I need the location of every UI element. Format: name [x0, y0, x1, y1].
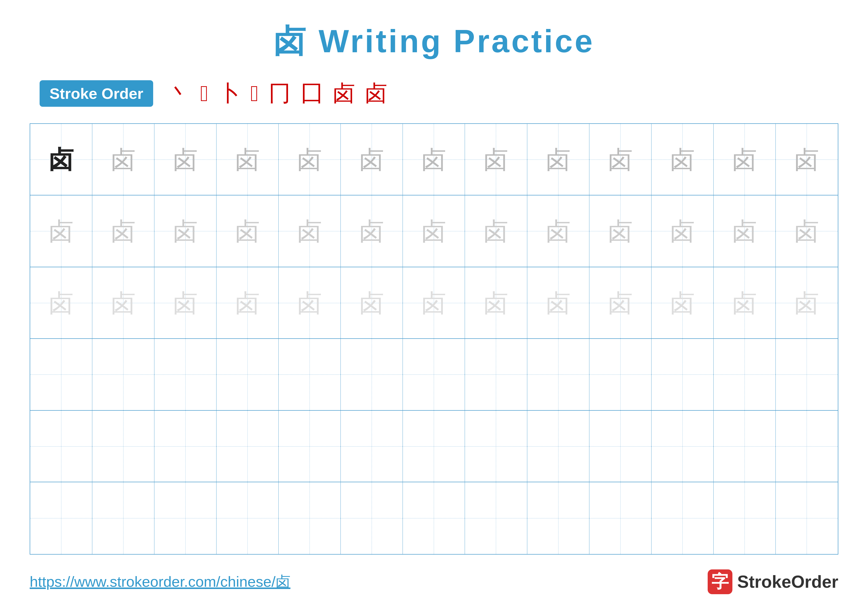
- cell-6-8[interactable]: [465, 482, 527, 554]
- cell-4-1[interactable]: [30, 339, 92, 410]
- cell-5-9[interactable]: [527, 410, 589, 482]
- cell-4-13[interactable]: [776, 339, 838, 410]
- cell-4-6[interactable]: [341, 339, 403, 410]
- cell-1-6[interactable]: 卤: [341, 124, 403, 195]
- cell-6-13[interactable]: [776, 482, 838, 554]
- cell-2-9[interactable]: 卤: [527, 196, 589, 266]
- cell-3-4[interactable]: 卤: [217, 267, 279, 338]
- cell-2-8[interactable]: 卤: [465, 196, 527, 266]
- cell-1-1[interactable]: 卤: [30, 124, 92, 195]
- stroke-1: 丶: [168, 78, 190, 109]
- char-display: 卤: [422, 147, 446, 172]
- cell-1-7[interactable]: 卤: [403, 124, 465, 195]
- cell-1-9[interactable]: 卤: [527, 124, 589, 195]
- cell-6-7[interactable]: [403, 482, 465, 554]
- cell-3-5[interactable]: 卤: [279, 267, 341, 338]
- cell-4-12[interactable]: [714, 339, 776, 410]
- cell-5-3[interactable]: [154, 410, 217, 482]
- char-display: 卤: [670, 147, 695, 172]
- cell-1-5[interactable]: 卤: [279, 124, 341, 195]
- cell-6-11[interactable]: [651, 482, 714, 554]
- cell-4-7[interactable]: [403, 339, 465, 410]
- cell-2-5[interactable]: 卤: [279, 196, 341, 266]
- char-display: 卤: [608, 291, 633, 315]
- cell-6-3[interactable]: [154, 482, 217, 554]
- cell-6-9[interactable]: [527, 482, 589, 554]
- cell-5-11[interactable]: [651, 410, 714, 482]
- cell-4-2[interactable]: [92, 339, 154, 410]
- cell-5-10[interactable]: [589, 410, 651, 482]
- cell-6-5[interactable]: [279, 482, 341, 554]
- grid-row-2: 卤 卤 卤 卤 卤 卤 卤 卤 卤: [30, 196, 838, 267]
- cell-2-12[interactable]: 卤: [714, 196, 776, 266]
- cell-5-2[interactable]: [92, 410, 154, 482]
- char-display: 卤: [111, 291, 136, 315]
- cell-3-7[interactable]: 卤: [403, 267, 465, 338]
- cell-5-7[interactable]: [403, 410, 465, 482]
- cell-3-9[interactable]: 卤: [527, 267, 589, 338]
- cell-2-10[interactable]: 卤: [589, 196, 651, 266]
- cell-3-8[interactable]: 卤: [465, 267, 527, 338]
- cell-5-4[interactable]: [217, 410, 279, 482]
- cell-2-2[interactable]: 卤: [92, 196, 154, 266]
- cell-5-12[interactable]: [714, 410, 776, 482]
- char-display: 卤: [732, 219, 757, 244]
- cell-2-3[interactable]: 卤: [154, 196, 217, 266]
- char-display: 卤: [235, 219, 260, 244]
- char-display: 卤: [608, 219, 633, 244]
- char-display: 卤: [359, 291, 384, 315]
- char-display: 卤: [359, 219, 384, 244]
- cell-1-8[interactable]: 卤: [465, 124, 527, 195]
- cell-2-11[interactable]: 卤: [651, 196, 714, 266]
- char-display: 卤: [49, 219, 73, 244]
- cell-5-13[interactable]: [776, 410, 838, 482]
- cell-4-11[interactable]: [651, 339, 714, 410]
- cell-6-10[interactable]: [589, 482, 651, 554]
- cell-4-5[interactable]: [279, 339, 341, 410]
- cell-1-2[interactable]: 卤: [92, 124, 154, 195]
- cell-5-8[interactable]: [465, 410, 527, 482]
- cell-3-1[interactable]: 卤: [30, 267, 92, 338]
- cell-2-13[interactable]: 卤: [776, 196, 838, 266]
- char-display: 卤: [235, 147, 260, 172]
- cell-4-8[interactable]: [465, 339, 527, 410]
- cell-2-1[interactable]: 卤: [30, 196, 92, 266]
- cell-3-10[interactable]: 卤: [589, 267, 651, 338]
- cell-5-1[interactable]: [30, 410, 92, 482]
- stroke-4: 𠃍: [250, 81, 259, 106]
- footer-url[interactable]: https://www.strokeorder.com/chinese/卤: [30, 572, 290, 592]
- char-display: 卤: [359, 147, 384, 172]
- cell-4-3[interactable]: [154, 339, 217, 410]
- cell-1-4[interactable]: 卤: [217, 124, 279, 195]
- cell-6-4[interactable]: [217, 482, 279, 554]
- cell-1-11[interactable]: 卤: [651, 124, 714, 195]
- cell-6-1[interactable]: [30, 482, 92, 554]
- cell-3-13[interactable]: 卤: [776, 267, 838, 338]
- cell-4-9[interactable]: [527, 339, 589, 410]
- cell-5-5[interactable]: [279, 410, 341, 482]
- cell-5-6[interactable]: [341, 410, 403, 482]
- cell-3-6[interactable]: 卤: [341, 267, 403, 338]
- cell-1-13[interactable]: 卤: [776, 124, 838, 195]
- cell-3-12[interactable]: 卤: [714, 267, 776, 338]
- cell-2-4[interactable]: 卤: [217, 196, 279, 266]
- char-display: 卤: [235, 291, 260, 315]
- cell-4-4[interactable]: [217, 339, 279, 410]
- char-display: 卤: [173, 219, 198, 244]
- cell-3-3[interactable]: 卤: [154, 267, 217, 338]
- cell-2-6[interactable]: 卤: [341, 196, 403, 266]
- cell-3-11[interactable]: 卤: [651, 267, 714, 338]
- cell-4-10[interactable]: [589, 339, 651, 410]
- cell-3-2[interactable]: 卤: [92, 267, 154, 338]
- cell-6-2[interactable]: [92, 482, 154, 554]
- grid-row-3: 卤 卤 卤 卤 卤 卤 卤 卤 卤: [30, 267, 838, 339]
- cell-1-10[interactable]: 卤: [589, 124, 651, 195]
- stroke-3: 卜: [218, 78, 240, 109]
- cell-1-12[interactable]: 卤: [714, 124, 776, 195]
- cell-6-6[interactable]: [341, 482, 403, 554]
- char-display: 卤: [422, 219, 446, 244]
- cell-2-7[interactable]: 卤: [403, 196, 465, 266]
- cell-1-3[interactable]: 卤: [154, 124, 217, 195]
- char-display: 卤: [546, 147, 570, 172]
- cell-6-12[interactable]: [714, 482, 776, 554]
